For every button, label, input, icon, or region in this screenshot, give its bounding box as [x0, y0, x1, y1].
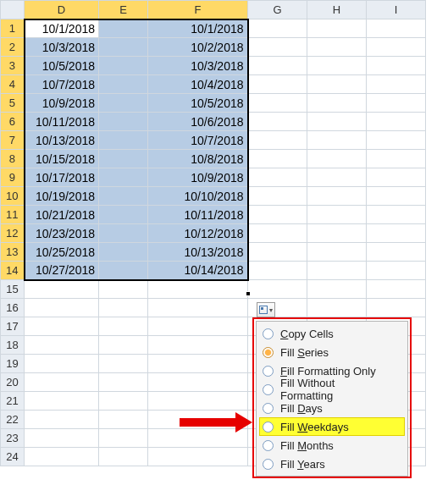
row-header-13[interactable]: 13	[1, 243, 25, 262]
row-header-12[interactable]: 12	[1, 224, 25, 243]
cell-F12[interactable]: 10/12/2018	[148, 224, 248, 243]
cell-D6[interactable]: 10/11/2018	[25, 113, 99, 131]
cell-G14[interactable]	[248, 262, 307, 280]
row-header-23[interactable]: 23	[1, 429, 25, 448]
cell-H12[interactable]	[307, 224, 367, 243]
cell-D9[interactable]: 10/17/2018	[25, 168, 99, 187]
cell-H6[interactable]	[307, 113, 367, 131]
cell-I15[interactable]	[367, 280, 426, 299]
row-header-24[interactable]: 24	[1, 448, 25, 466]
cell-F19[interactable]	[148, 355, 248, 373]
cell-G15[interactable]	[248, 280, 307, 299]
row-header-6[interactable]: 6	[1, 113, 25, 131]
cell-H3[interactable]	[307, 57, 367, 75]
cell-G4[interactable]	[248, 75, 307, 94]
cell-E19[interactable]	[99, 355, 148, 373]
cell-I10[interactable]	[367, 187, 426, 206]
cell-D14[interactable]: 10/27/2018	[25, 262, 99, 280]
cell-I12[interactable]	[367, 224, 426, 243]
cell-F14[interactable]: 10/14/2018	[148, 262, 248, 280]
cell-H4[interactable]	[307, 75, 367, 94]
cell-G7[interactable]	[248, 131, 307, 150]
cell-H14[interactable]	[307, 262, 367, 280]
cell-G11[interactable]	[248, 206, 307, 224]
cell-E24[interactable]	[99, 448, 148, 466]
cell-F2[interactable]: 10/2/2018	[148, 38, 248, 57]
cell-D19[interactable]	[25, 355, 99, 373]
cell-F9[interactable]: 10/9/2018	[148, 168, 248, 187]
cell-D24[interactable]	[25, 448, 99, 466]
cell-F17[interactable]	[148, 317, 248, 336]
cell-F7[interactable]: 10/7/2018	[148, 131, 248, 150]
cell-E3[interactable]	[99, 57, 148, 75]
row-header-7[interactable]: 7	[1, 131, 25, 150]
cell-D10[interactable]: 10/19/2018	[25, 187, 99, 206]
column-header-I[interactable]: I	[367, 1, 426, 19]
cell-G13[interactable]	[248, 243, 307, 262]
cell-G2[interactable]	[248, 38, 307, 57]
menu-item-copy-cells[interactable]: Copy Cells	[259, 324, 405, 343]
cell-G5[interactable]	[248, 94, 307, 113]
cell-F10[interactable]: 10/10/2018	[148, 187, 248, 206]
menu-item-fill-series[interactable]: Fill Series	[259, 343, 405, 361]
cell-D4[interactable]: 10/7/2018	[25, 75, 99, 94]
row-header-19[interactable]: 19	[1, 355, 25, 373]
cell-E7[interactable]	[99, 131, 148, 150]
cell-H13[interactable]	[307, 243, 367, 262]
column-header-F[interactable]: F	[148, 1, 248, 19]
cell-H11[interactable]	[307, 206, 367, 224]
cell-E12[interactable]	[99, 224, 148, 243]
row-header-16[interactable]: 16	[1, 299, 25, 317]
cell-E8[interactable]	[99, 150, 148, 168]
row-header-18[interactable]: 18	[1, 336, 25, 355]
cell-F15[interactable]	[148, 280, 248, 299]
cell-E21[interactable]	[99, 392, 148, 411]
cell-H15[interactable]	[307, 280, 367, 299]
row-header-17[interactable]: 17	[1, 317, 25, 336]
cell-F4[interactable]: 10/4/2018	[148, 75, 248, 94]
cell-D1[interactable]: 10/1/2018	[25, 19, 99, 38]
cell-I13[interactable]	[367, 243, 426, 262]
cell-G3[interactable]	[248, 57, 307, 75]
row-header-15[interactable]: 15	[1, 280, 25, 299]
cell-F6[interactable]: 10/6/2018	[148, 113, 248, 131]
row-header-5[interactable]: 5	[1, 94, 25, 113]
cell-I5[interactable]	[367, 94, 426, 113]
cell-I4[interactable]	[367, 75, 426, 94]
fill-handle[interactable]	[246, 291, 251, 296]
cell-F13[interactable]: 10/13/2018	[148, 243, 248, 262]
cell-E2[interactable]	[99, 38, 148, 57]
cell-D21[interactable]	[25, 392, 99, 411]
cell-D22[interactable]	[25, 411, 99, 429]
row-header-3[interactable]: 3	[1, 57, 25, 75]
cell-G9[interactable]	[248, 168, 307, 187]
cell-E5[interactable]	[99, 94, 148, 113]
cell-F8[interactable]: 10/8/2018	[148, 150, 248, 168]
row-header-10[interactable]: 10	[1, 187, 25, 206]
cell-F11[interactable]: 10/11/2018	[148, 206, 248, 224]
menu-item-fill-years[interactable]: Fill Years	[259, 455, 405, 473]
cell-F3[interactable]: 10/3/2018	[148, 57, 248, 75]
row-header-20[interactable]: 20	[1, 373, 25, 392]
corner-cell[interactable]	[1, 1, 25, 19]
cell-I3[interactable]	[367, 57, 426, 75]
cell-E11[interactable]	[99, 206, 148, 224]
column-header-D[interactable]: D	[25, 1, 99, 19]
cell-D13[interactable]: 10/25/2018	[25, 243, 99, 262]
menu-item-fill-months[interactable]: Fill Months	[259, 436, 405, 455]
cell-E1[interactable]	[99, 19, 148, 38]
cell-I9[interactable]	[367, 168, 426, 187]
cell-I7[interactable]	[367, 131, 426, 150]
row-header-2[interactable]: 2	[1, 38, 25, 57]
row-header-8[interactable]: 8	[1, 150, 25, 168]
cell-F16[interactable]	[148, 299, 248, 317]
column-header-H[interactable]: H	[307, 1, 367, 19]
cell-E17[interactable]	[99, 317, 148, 336]
cell-D15[interactable]	[25, 280, 99, 299]
cell-D2[interactable]: 10/3/2018	[25, 38, 99, 57]
cell-I1[interactable]	[367, 19, 426, 38]
cell-G1[interactable]	[248, 19, 307, 38]
cell-D12[interactable]: 10/23/2018	[25, 224, 99, 243]
cell-E6[interactable]	[99, 113, 148, 131]
cell-E13[interactable]	[99, 243, 148, 262]
